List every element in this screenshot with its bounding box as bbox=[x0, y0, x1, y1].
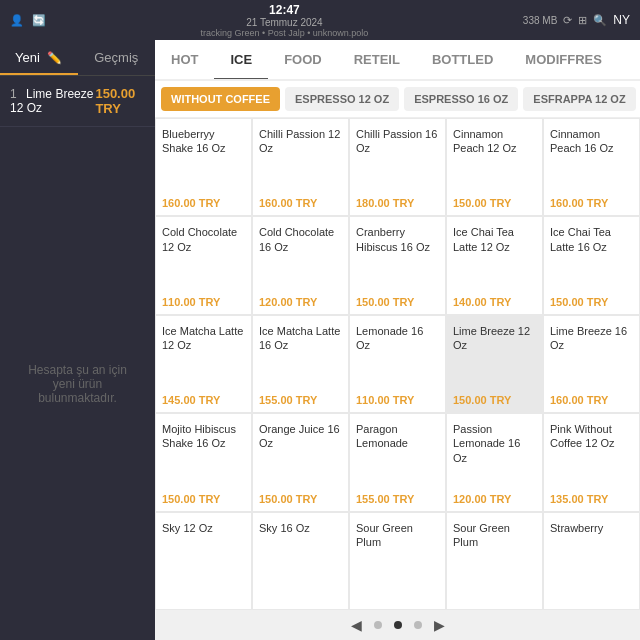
item-name: Lime Breeze 12 Oz bbox=[10, 87, 93, 115]
product-card[interactable]: Mojito Hibiscus Shake 16 Oz 150.00 TRY bbox=[155, 413, 252, 511]
product-name: Sky 12 Oz bbox=[162, 521, 245, 597]
product-card[interactable]: Cinnamon Peach 16 Oz 160.00 TRY bbox=[543, 118, 640, 216]
user-icon[interactable]: 👤 bbox=[10, 14, 24, 27]
next-arrow[interactable]: ▶ bbox=[434, 617, 445, 633]
product-card[interactable]: Chilli Passion 12 Oz 160.00 TRY bbox=[252, 118, 349, 216]
product-card[interactable]: Strawberry bbox=[543, 512, 640, 610]
sidebar-tabs: Yeni ✏️ Geçmiş bbox=[0, 40, 155, 76]
sub-tab-espresso-12[interactable]: ESPRESSO 12 OZ bbox=[285, 87, 399, 111]
product-card[interactable]: Lime Breeze 16 Oz 160.00 TRY bbox=[543, 315, 640, 413]
top-bar-right: 338 MB ⟳ ⊞ 🔍 NY bbox=[523, 13, 630, 27]
product-card[interactable]: Cranberry Hibiscus 16 Oz 150.00 TRY bbox=[349, 216, 446, 314]
product-price: 160.00 TRY bbox=[550, 197, 633, 209]
product-price: 150.00 TRY bbox=[453, 394, 536, 406]
tab-history[interactable]: Geçmiş bbox=[78, 40, 156, 75]
sub-tab-espresso-16[interactable]: ESPRESSO 16 OZ bbox=[404, 87, 518, 111]
search-icon[interactable]: 🔍 bbox=[593, 14, 607, 27]
product-name: Mojito Hibiscus Shake 16 Oz bbox=[162, 422, 245, 486]
product-price: 150.00 TRY bbox=[453, 197, 536, 209]
tab-new[interactable]: Yeni ✏️ bbox=[0, 40, 78, 75]
product-name: Cold Chocolate 16 Oz bbox=[259, 225, 342, 289]
product-price: 120.00 TRY bbox=[453, 493, 536, 505]
product-card[interactable]: Sour Green Plum bbox=[349, 512, 446, 610]
product-card[interactable]: Lime Breeze 12 Oz 150.00 TRY bbox=[446, 315, 543, 413]
bottom-nav: ◀ ▶ bbox=[155, 610, 640, 640]
product-card[interactable]: Sky 16 Oz bbox=[252, 512, 349, 610]
product-card[interactable]: Blueberryy Shake 16 Oz 160.00 TRY bbox=[155, 118, 252, 216]
product-card[interactable]: Sour Green Plum bbox=[446, 512, 543, 610]
nav-dot-2[interactable] bbox=[414, 621, 422, 629]
product-card[interactable]: Pink Without Coffee 12 Oz 135.00 TRY bbox=[543, 413, 640, 511]
nav-dot-0[interactable] bbox=[374, 621, 382, 629]
product-name: Orange Juice 16 Oz bbox=[259, 422, 342, 486]
main-content: HOT ICE FOOD RETEIL BOTTLED MODIFFRES WI… bbox=[155, 40, 640, 640]
sub-tab-esfrappa-12[interactable]: ESFRAPPA 12 OZ bbox=[523, 87, 635, 111]
product-name: Cinnamon Peach 12 Oz bbox=[453, 127, 536, 191]
top-bar-left: 👤 🔄 bbox=[10, 14, 46, 27]
product-name: Ice Matcha Latte 16 Oz bbox=[259, 324, 342, 388]
current-time: 12:47 bbox=[269, 3, 300, 17]
cat-tab-hot[interactable]: HOT bbox=[155, 40, 214, 79]
product-card[interactable]: Cinnamon Peach 12 Oz 150.00 TRY bbox=[446, 118, 543, 216]
product-price: 180.00 TRY bbox=[356, 197, 439, 209]
product-card[interactable]: Orange Juice 16 Oz 150.00 TRY bbox=[252, 413, 349, 511]
product-name: Ice Chai Tea Latte 16 Oz bbox=[550, 225, 633, 289]
product-price: 150.00 TRY bbox=[259, 493, 342, 505]
product-price: 150.00 TRY bbox=[356, 296, 439, 308]
product-card[interactable]: Cold Chocolate 12 Oz 110.00 TRY bbox=[155, 216, 252, 314]
refresh-icon[interactable]: 🔄 bbox=[32, 14, 46, 27]
product-card[interactable]: Ice Chai Tea Latte 16 Oz 150.00 TRY bbox=[543, 216, 640, 314]
product-price: 110.00 TRY bbox=[356, 394, 439, 406]
product-name: Sour Green Plum bbox=[356, 521, 439, 597]
sub-tab-without-coffee[interactable]: WITHOUT COFFEE bbox=[161, 87, 280, 111]
sync-icon[interactable]: ⟳ bbox=[563, 14, 572, 27]
product-price: 145.00 TRY bbox=[162, 394, 245, 406]
product-card[interactable]: Ice Matcha Latte 12 Oz 145.00 TRY bbox=[155, 315, 252, 413]
product-name: Passion Lemonade 16 Oz bbox=[453, 422, 536, 486]
nav-dot-1[interactable] bbox=[394, 621, 402, 629]
product-price: 120.00 TRY bbox=[259, 296, 342, 308]
battery-label: 338 MB bbox=[523, 15, 557, 26]
product-grid: Blueberryy Shake 16 Oz 160.00 TRY Chilli… bbox=[155, 118, 640, 610]
cat-tab-bottled[interactable]: BOTTLED bbox=[416, 40, 509, 79]
product-price: 160.00 TRY bbox=[550, 394, 633, 406]
product-name: Cranberry Hibiscus 16 Oz bbox=[356, 225, 439, 289]
product-name: Chilli Passion 12 Oz bbox=[259, 127, 342, 191]
cat-tab-modiffres[interactable]: MODIFFRES bbox=[509, 40, 618, 79]
sidebar: Yeni ✏️ Geçmiş 1 Lime Breeze 12 Oz 150.0… bbox=[0, 40, 155, 640]
product-card[interactable]: Passion Lemonade 16 Oz 120.00 TRY bbox=[446, 413, 543, 511]
product-name: Paragon Lemonade bbox=[356, 422, 439, 486]
product-name: Sour Green Plum bbox=[453, 521, 536, 597]
cat-tab-food[interactable]: FOOD bbox=[268, 40, 338, 79]
order-item[interactable]: 1 Lime Breeze 12 Oz 150.00 TRY bbox=[0, 76, 155, 127]
product-price: 160.00 TRY bbox=[259, 197, 342, 209]
top-bar: 👤 🔄 12:47 21 Temmuz 2024 tracking Green … bbox=[0, 0, 640, 40]
top-bar-center: 12:47 21 Temmuz 2024 tracking Green • Po… bbox=[200, 3, 368, 38]
cat-tab-reteil[interactable]: RETEIL bbox=[338, 40, 416, 79]
product-price: 155.00 TRY bbox=[259, 394, 342, 406]
sidebar-empty: Hesapta şu an için yeni ürün bulunmaktad… bbox=[0, 127, 155, 640]
current-date: 21 Temmuz 2024 bbox=[246, 17, 323, 28]
lang-label: NY bbox=[613, 13, 630, 27]
product-name: Chilli Passion 16 Oz bbox=[356, 127, 439, 191]
grid-icon[interactable]: ⊞ bbox=[578, 14, 587, 27]
cat-tab-ice[interactable]: ICE bbox=[214, 40, 268, 79]
product-price: 155.00 TRY bbox=[356, 493, 439, 505]
product-name: Blueberryy Shake 16 Oz bbox=[162, 127, 245, 191]
product-card[interactable]: Paragon Lemonade 155.00 TRY bbox=[349, 413, 446, 511]
prev-arrow[interactable]: ◀ bbox=[351, 617, 362, 633]
product-card[interactable]: Cold Chocolate 16 Oz 120.00 TRY bbox=[252, 216, 349, 314]
product-card[interactable]: Ice Chai Tea Latte 12 Oz 140.00 TRY bbox=[446, 216, 543, 314]
product-card[interactable]: Ice Matcha Latte 16 Oz 155.00 TRY bbox=[252, 315, 349, 413]
product-card[interactable]: Lemonade 16 Oz 110.00 TRY bbox=[349, 315, 446, 413]
product-name: Sky 16 Oz bbox=[259, 521, 342, 597]
category-tabs: HOT ICE FOOD RETEIL BOTTLED MODIFFRES bbox=[155, 40, 640, 81]
product-price: 135.00 TRY bbox=[550, 493, 633, 505]
product-card[interactable]: Chilli Passion 16 Oz 180.00 TRY bbox=[349, 118, 446, 216]
product-name: Pink Without Coffee 12 Oz bbox=[550, 422, 633, 486]
product-name: Ice Matcha Latte 12 Oz bbox=[162, 324, 245, 388]
product-name: Lime Breeze 16 Oz bbox=[550, 324, 633, 388]
item-number: 1 bbox=[10, 87, 17, 101]
product-card[interactable]: Sky 12 Oz bbox=[155, 512, 252, 610]
product-price: 110.00 TRY bbox=[162, 296, 245, 308]
